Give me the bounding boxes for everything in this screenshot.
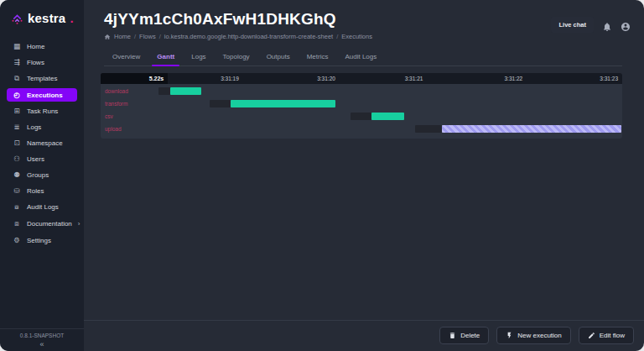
- sidebar-item-label: Executions: [27, 92, 63, 99]
- sidebar-item-home[interactable]: ▦Home: [7, 39, 77, 53]
- sidebar-item-users[interactable]: ⚇Users: [7, 152, 77, 165]
- gantt-time-axis: 5.22s 3:31:193:31:203:31:213:31:223:31:2…: [101, 73, 622, 84]
- timer-icon: ◴: [13, 91, 21, 99]
- sidebar-item-documentation[interactable]: ⧈Documentation›: [7, 217, 77, 231]
- kestra-logo[interactable]: kestra.: [0, 0, 84, 37]
- sidebar-item-label: Roles: [27, 187, 44, 195]
- tab-overview[interactable]: Overview: [104, 49, 148, 65]
- gantt-time-tick: 3:31:20: [317, 73, 335, 84]
- sidebar-item-label: Namespace: [27, 139, 63, 147]
- content-spacer: [84, 139, 644, 320]
- dashboard-icon: ▦: [13, 42, 21, 50]
- gantt-row-download: download: [101, 86, 622, 97]
- notebook-icon: ≣: [13, 123, 21, 131]
- sidebar-collapse-icon[interactable]: «: [0, 340, 84, 348]
- sidebar-item-label: Logs: [27, 123, 41, 131]
- page-header: 4jYYm1cCh0AxFwH1DHKGhQ Home/Flows/io.kes…: [84, 0, 644, 40]
- sidebar-item-groups[interactable]: ⚉Groups: [7, 168, 77, 181]
- gantt-total-duration: 5.22s: [101, 73, 168, 84]
- home-icon: [104, 34, 111, 40]
- logo-text: kestra: [28, 11, 65, 25]
- sidebar-item-flows[interactable]: ⇶Flows: [7, 55, 77, 69]
- action-footer: DeleteNew executionEdit flow: [84, 320, 644, 351]
- sidebar-item-namespace[interactable]: ⊡Namespace: [7, 136, 77, 149]
- account-icon[interactable]: [621, 20, 631, 30]
- breadcrumb-separator: /: [134, 33, 136, 40]
- trash-icon: [449, 332, 456, 339]
- page-title: 4jYYm1cCh0AxFwH1DHKGhQ: [104, 10, 372, 29]
- gantt-bar-download-created[interactable]: [158, 87, 170, 95]
- live-chat-button[interactable]: Live chat: [551, 17, 594, 33]
- tab-outputs[interactable]: Outputs: [258, 49, 299, 65]
- gantt-task-label[interactable]: csv: [105, 111, 113, 122]
- gantt-row-transform: transform: [101, 98, 622, 109]
- user-icon: ⚇: [13, 155, 21, 163]
- gantt-task-label[interactable]: download: [105, 86, 128, 97]
- tab-metrics[interactable]: Metrics: [299, 49, 337, 65]
- delete-button[interactable]: Delete: [439, 327, 489, 344]
- sidebar-footer: 0.8.1-SNAPSHOT «: [0, 328, 84, 351]
- sidebar-item-templates[interactable]: ⧉Templates: [7, 71, 77, 86]
- role-icon: ⛁: [13, 186, 21, 195]
- breadcrumb-item[interactable]: Home: [114, 33, 131, 40]
- gantt-bar-transform-created[interactable]: [210, 100, 231, 107]
- group-icon: ⚉: [13, 170, 21, 179]
- sidebar-item-logs[interactable]: ≣Logs: [7, 120, 77, 134]
- sidebar-nav: ▦Home⇶Flows⧉Templates◴Executions⊞Task Ru…: [0, 39, 84, 248]
- gantt-bar-upload-run[interactable]: [442, 125, 621, 133]
- gantt-task-label[interactable]: transform: [105, 98, 127, 109]
- breadcrumb-item[interactable]: Executions: [341, 33, 372, 40]
- button-label: Edit flow: [600, 332, 625, 339]
- gantt-time-tick: 3:31:22: [505, 73, 523, 84]
- sidebar-item-audit-logs[interactable]: ⧇Audit Logs: [7, 200, 77, 214]
- book-open-icon: ⧈: [13, 219, 21, 228]
- sidebar-item-label: Home: [27, 43, 44, 50]
- gantt-chart: 5.22s 3:31:193:31:203:31:213:31:223:31:2…: [101, 73, 622, 139]
- content-copy-icon: ⧉: [13, 74, 21, 83]
- header-actions: Live chat: [551, 10, 631, 33]
- tab-topology[interactable]: Topology: [215, 49, 258, 65]
- sidebar: kestra. ▦Home⇶Flows⧉Templates◴Executions…: [0, 0, 84, 351]
- breadcrumb: Home/Flows/io.kestra.demo.google.http-do…: [104, 33, 372, 40]
- sidebar-item-label: Task Runs: [27, 107, 58, 115]
- gantt-bar-download-run[interactable]: [170, 87, 201, 95]
- pencil-icon: [588, 332, 595, 339]
- breadcrumb-item[interactable]: Flows: [139, 33, 156, 40]
- gantt-bar-csv-created[interactable]: [351, 113, 371, 120]
- sidebar-item-label: Flows: [27, 59, 44, 66]
- version-label: 0.8.1-SNAPSHOT: [0, 333, 84, 338]
- sidebar-item-label: Users: [27, 155, 44, 163]
- app-window: kestra. ▦Home⇶Flows⧉Templates◴Executions…: [0, 0, 644, 351]
- gantt-bar-csv-run[interactable]: [371, 113, 404, 120]
- audit-log-icon: ⧇: [13, 202, 21, 212]
- edit-flow-button[interactable]: Edit flow: [579, 327, 634, 344]
- new-execution-button[interactable]: New execution: [496, 327, 570, 344]
- gear-icon: ⚙: [13, 236, 21, 244]
- sidebar-item-executions[interactable]: ◴Executions: [7, 88, 77, 102]
- gantt-task-label[interactable]: upload: [105, 123, 122, 134]
- sidebar-item-task-runs[interactable]: ⊞Task Runs: [7, 104, 77, 118]
- flash-icon: [506, 332, 513, 339]
- main-content: 4jYYm1cCh0AxFwH1DHKGhQ Home/Flows/io.kes…: [84, 0, 644, 351]
- gantt-time-tick: 3:31:23: [600, 73, 618, 84]
- button-label: New execution: [517, 332, 561, 339]
- tab-logs[interactable]: Logs: [183, 49, 214, 65]
- gantt-bar-upload-created[interactable]: [415, 125, 442, 133]
- button-label: Delete: [460, 332, 480, 339]
- folder-table-icon: ⊡: [13, 139, 21, 147]
- sidebar-item-label: Documentation: [27, 220, 72, 228]
- tab-audit-logs[interactable]: Audit Logs: [336, 49, 385, 65]
- gantt-row-upload: upload: [101, 123, 622, 134]
- breadcrumb-separator: /: [159, 33, 161, 40]
- gantt-bar-transform-run[interactable]: [231, 100, 335, 107]
- bell-icon[interactable]: [602, 20, 612, 30]
- kestra-logo-icon: [11, 12, 23, 24]
- sidebar-item-settings[interactable]: ⚙Settings: [7, 233, 77, 247]
- sidebar-item-roles[interactable]: ⛁Roles: [7, 184, 77, 197]
- breadcrumb-item[interactable]: io.kestra.demo.google.http-download-tran…: [164, 33, 333, 40]
- tab-gantt[interactable]: Gantt: [148, 49, 183, 65]
- checkbox-list-icon: ⊞: [13, 107, 21, 115]
- logo-dot: .: [70, 11, 73, 25]
- gantt-row-csv: csv: [101, 111, 622, 122]
- tab-bar: OverviewGanttLogsTopologyOutputsMetricsA…: [104, 49, 622, 66]
